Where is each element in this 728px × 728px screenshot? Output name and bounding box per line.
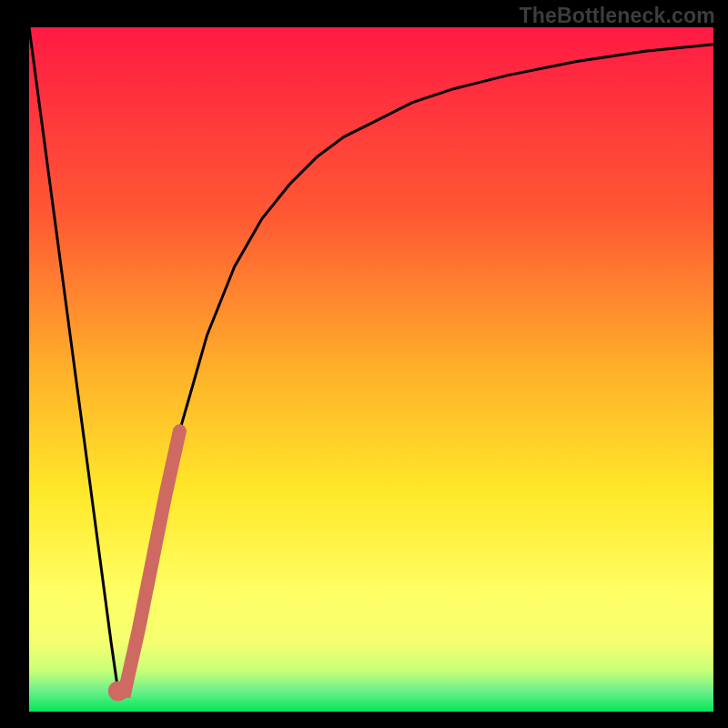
watermark-text: TheBottleneck.com	[519, 4, 715, 28]
bottleneck-chart-svg	[29, 27, 713, 712]
plot-area	[29, 27, 713, 712]
chart-frame: TheBottleneck.com	[0, 0, 728, 728]
highlight-dot	[108, 681, 128, 701]
gradient-background	[29, 27, 713, 712]
